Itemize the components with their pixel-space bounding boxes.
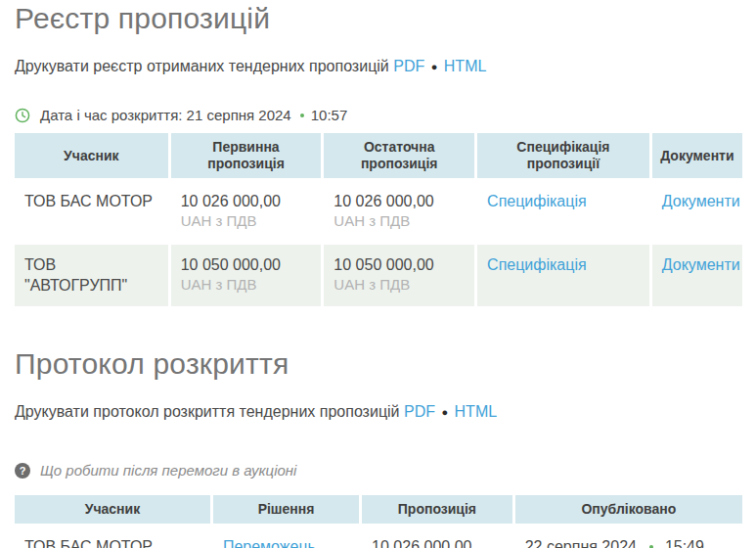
- register-section: Реєстр пропозицій Друкувати реєстр отрим…: [15, 0, 748, 309]
- amount-currency: UAH з ПДВ: [334, 275, 465, 295]
- help-text: Що робити після перемоги в аукціоні: [40, 461, 296, 480]
- tender-page: Реєстр пропозицій Друкувати реєстр отрим…: [0, 0, 756, 548]
- register-title: Реєстр пропозицій: [15, 0, 748, 37]
- protocol-table: Учасник Рішення Пропозиція Опубліковано …: [12, 492, 745, 548]
- documents-cell: Документи: [652, 181, 742, 242]
- protocol-header-row: Учасник Рішення Пропозиція Опубліковано: [15, 495, 742, 524]
- specification-link[interactable]: Специфікація: [487, 193, 587, 209]
- register-print-text: Друкувати реєстр отриманих тендерних про…: [15, 58, 389, 74]
- amount-value: 10 026 000,00: [181, 191, 312, 211]
- disclosure-datetime-line: Дата і час розкриття: 21 серпня 2024 10:…: [15, 106, 748, 125]
- specification-cell: Специфікація: [477, 181, 649, 242]
- header-participant: Учасник: [15, 495, 210, 524]
- specification-link[interactable]: Специфікація: [487, 256, 587, 273]
- winner-link[interactable]: Переможець: [223, 538, 316, 548]
- bullet-separator: ●: [431, 61, 438, 72]
- specification-cell: Специфікація: [477, 245, 649, 306]
- amount-currency: UAH з ПДВ: [334, 211, 465, 231]
- published-date: 22 серпня 2024: [525, 538, 637, 548]
- final-proposal-cell: 10 050 000,00 UAH з ПДВ: [324, 245, 474, 306]
- amount-value: 10 050 000,00: [334, 254, 465, 275]
- protocol-table-head: Учасник Рішення Пропозиція Опубліковано: [15, 495, 742, 524]
- register-print-line: Друкувати реєстр отриманих тендерних про…: [15, 57, 748, 76]
- amount-value: 10 026 000,00: [334, 191, 465, 211]
- disclosure-date: 21 серпня 2024: [187, 106, 291, 125]
- participant-cell: ТОВ БАС МОТОР: [15, 181, 168, 242]
- initial-proposal-cell: 10 050 000,00 UAH з ПДВ: [171, 245, 322, 306]
- bullet-separator: ●: [441, 406, 448, 418]
- question-icon: ?: [15, 463, 30, 479]
- participant-name: ТОВ БАС МОТОР: [24, 536, 200, 548]
- protocol-print-text: Друкувати протокол розкриття тендерних п…: [15, 403, 400, 420]
- header-participant: Учасник: [15, 133, 168, 178]
- amount-value: 10 050 000,00: [181, 254, 312, 275]
- protocol-html-link[interactable]: HTML: [455, 403, 498, 420]
- header-documents: Документи: [652, 133, 742, 178]
- documents-cell: Документи: [652, 245, 742, 306]
- amount-value: 10 026 000,00: [372, 536, 503, 548]
- disclosure-time: 10:57: [311, 106, 348, 125]
- clock-icon: [15, 108, 30, 123]
- post-auction-help-link[interactable]: ? Що робити після перемоги в аукціоні: [15, 461, 748, 480]
- published-time: 15:49: [665, 538, 704, 548]
- register-pdf-link[interactable]: PDF: [393, 58, 424, 74]
- initial-proposal-cell: 10 026 000,00 UAH з ПДВ: [171, 181, 322, 242]
- amount-currency: UAH з ПДВ: [181, 275, 312, 295]
- header-decision: Рішення: [213, 495, 359, 524]
- table-row: ТОВ БАС МОТОР 10 026 000,00 UAH з ПДВ 10…: [15, 181, 742, 242]
- disclosure-label: Дата і час розкриття:: [40, 106, 182, 125]
- table-row: ТОВ БАС МОТОР #37741291 Переможець 10 02…: [15, 526, 742, 548]
- register-table-head: Учасник Первинна пропозиція Остаточна пр…: [15, 133, 742, 178]
- register-header-row: Учасник Первинна пропозиція Остаточна пр…: [15, 133, 742, 178]
- header-published: Опубліковано: [515, 495, 742, 524]
- decision-cell: Переможець: [213, 526, 359, 548]
- table-row: ТОВ "АВТОГРУПП" 10 050 000,00 UAH з ПДВ …: [15, 245, 742, 306]
- final-proposal-cell: 10 026 000,00 UAH з ПДВ: [324, 181, 474, 242]
- header-initial-proposal: Первинна пропозиція: [171, 133, 322, 178]
- protocol-print-line: Друкувати протокол розкриття тендерних п…: [15, 402, 748, 422]
- protocol-pdf-link[interactable]: PDF: [404, 403, 435, 420]
- participant-cell: ТОВ БАС МОТОР #37741291: [15, 526, 210, 548]
- register-table: Учасник Первинна пропозиція Остаточна пр…: [12, 130, 745, 309]
- green-dot-separator: [300, 114, 304, 117]
- header-final-proposal: Остаточна пропозиція: [324, 133, 474, 178]
- documents-link[interactable]: Документи: [662, 256, 740, 273]
- header-specification: Специфікація пропозиції: [477, 133, 649, 178]
- amount-currency: UAH з ПДВ: [181, 211, 312, 231]
- protocol-section: Протокол розкриття Друкувати протокол ро…: [15, 345, 748, 548]
- published-cell: 22 серпня 2024 15:49: [515, 526, 742, 548]
- participant-cell: ТОВ "АВТОГРУПП": [15, 245, 168, 306]
- register-html-link[interactable]: HTML: [444, 58, 487, 74]
- proposal-cell: 10 026 000,00 UAH з ПДВ: [362, 526, 512, 548]
- protocol-title: Протокол розкриття: [15, 345, 748, 383]
- documents-link[interactable]: Документи: [662, 193, 740, 209]
- header-proposal: Пропозиція: [362, 495, 512, 524]
